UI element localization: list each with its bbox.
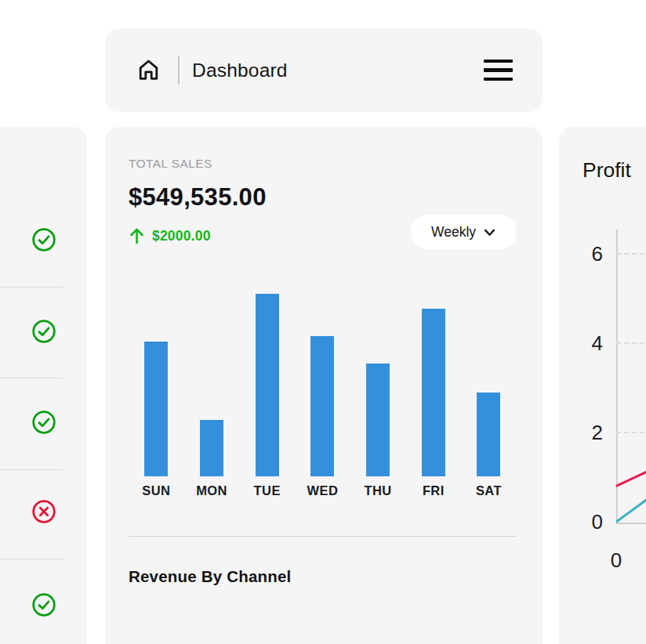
arrow-up-icon bbox=[129, 226, 145, 245]
hamburger-bar bbox=[484, 78, 513, 81]
bar-chart-column bbox=[405, 294, 461, 476]
y-tick-label: 6 bbox=[572, 242, 603, 266]
bar-fri bbox=[422, 309, 445, 476]
y-tick-label: 2 bbox=[572, 421, 603, 444]
dashboard-page: Dashboard TOTAL SALES $549,535.00 $2000.… bbox=[0, 0, 646, 644]
home-icon bbox=[136, 57, 162, 83]
status-sidebar bbox=[0, 127, 87, 644]
bar-chart-column bbox=[129, 294, 184, 476]
gridline bbox=[616, 432, 646, 433]
sidebar-divider bbox=[0, 287, 63, 288]
bar-label-wed: WED bbox=[295, 483, 350, 498]
header-divider bbox=[178, 56, 180, 85]
profit-card: Profit 0 6420 bbox=[559, 127, 646, 644]
x-tick-label: 0 bbox=[602, 548, 630, 573]
period-selector[interactable]: Weekly bbox=[411, 215, 517, 249]
sales-delta-value: $2000.00 bbox=[152, 228, 211, 244]
bar-thu bbox=[366, 364, 390, 476]
bar-chart-columns bbox=[129, 294, 517, 476]
bar-sat bbox=[477, 393, 500, 476]
bar-wed bbox=[310, 336, 334, 476]
revenue-by-channel-title: Revenue By Channel bbox=[129, 567, 292, 586]
y-tick-label: 4 bbox=[572, 331, 603, 355]
check-circle-icon bbox=[31, 318, 57, 345]
card-divider bbox=[129, 536, 517, 537]
page-title: Dashboard bbox=[192, 60, 288, 81]
bar-chart-labels: SUNMONTUEWEDTHUFRISAT bbox=[129, 483, 517, 498]
header-card: Dashboard bbox=[105, 28, 543, 112]
check-circle-icon bbox=[31, 592, 57, 618]
y-tick-label: 0 bbox=[572, 510, 603, 534]
x-circle-icon bbox=[31, 498, 57, 525]
bar-label-mon: MON bbox=[184, 483, 240, 498]
profit-chart-title: Profit bbox=[582, 158, 631, 183]
hamburger-bar bbox=[484, 60, 513, 63]
bar-chart-column bbox=[239, 294, 295, 476]
home-button[interactable] bbox=[135, 57, 162, 84]
bar-sun bbox=[144, 342, 168, 476]
bar-label-fri: FRI bbox=[405, 483, 461, 498]
bar-chart-column bbox=[461, 294, 517, 476]
sidebar-divider bbox=[0, 559, 63, 559]
hamburger-bar bbox=[484, 68, 513, 72]
bar-chart-column bbox=[295, 294, 350, 476]
bar-chart-column bbox=[184, 294, 240, 476]
bar-tue bbox=[256, 294, 279, 476]
bar-label-thu: THU bbox=[350, 483, 406, 498]
total-sales-value: $549,535.00 bbox=[129, 183, 267, 212]
check-circle-icon bbox=[31, 226, 57, 253]
gridline bbox=[616, 342, 646, 344]
bar-chart-column bbox=[350, 294, 406, 476]
profit-line-series bbox=[616, 230, 646, 524]
sales-delta: $2000.00 bbox=[129, 226, 211, 245]
bar-label-sat: SAT bbox=[461, 483, 517, 498]
hamburger-menu-button[interactable] bbox=[484, 56, 513, 85]
total-sales-label: TOTAL SALES bbox=[129, 157, 212, 171]
gridline bbox=[616, 253, 646, 255]
chevron-down-icon bbox=[483, 226, 496, 239]
period-selector-value: Weekly bbox=[431, 224, 476, 241]
total-sales-card: TOTAL SALES $549,535.00 $2000.00 Weekly … bbox=[105, 127, 543, 644]
bar-label-tue: TUE bbox=[239, 483, 295, 498]
line-series-teal bbox=[616, 490, 646, 522]
bar-mon bbox=[200, 420, 223, 476]
weekly-sales-bar-chart: SUNMONTUEWEDTHUFRISAT bbox=[129, 294, 517, 498]
check-circle-icon bbox=[31, 409, 57, 436]
sidebar-divider bbox=[0, 378, 63, 378]
sidebar-divider bbox=[0, 469, 63, 470]
line-series-red bbox=[616, 466, 646, 487]
bar-label-sun: SUN bbox=[129, 483, 184, 498]
